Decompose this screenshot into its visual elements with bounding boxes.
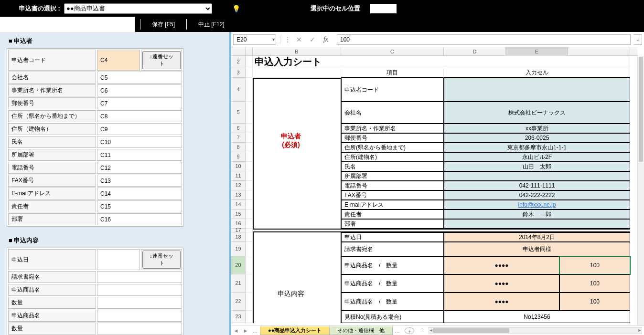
- field-value[interactable]: [97, 297, 182, 309]
- field-row[interactable]: 電話番号C12: [8, 162, 182, 174]
- vertical-scrollbar[interactable]: [637, 56, 644, 325]
- grid-value[interactable]: ●●●●: [444, 256, 559, 274]
- horizontal-scrollbar[interactable]: ◄ ►: [429, 327, 642, 334]
- field-value[interactable]: C15: [97, 200, 182, 212]
- field-row[interactable]: 所属部署C11: [8, 149, 182, 161]
- hscroll-thumb[interactable]: [433, 328, 509, 333]
- form-selector[interactable]: ●●商品申込書: [64, 3, 212, 14]
- cancel-button[interactable]: 中止 [F12]: [192, 19, 231, 31]
- row-header[interactable]: 4: [231, 78, 246, 102]
- grid-value[interactable]: 206-0025: [444, 133, 630, 143]
- row-header[interactable]: 7: [231, 133, 246, 143]
- column-header-row[interactable]: B C D E: [231, 47, 637, 56]
- col-header-b[interactable]: B: [253, 47, 341, 56]
- field-row[interactable]: 会社名C5: [8, 72, 182, 84]
- row-header[interactable]: 19: [231, 242, 246, 256]
- row-header[interactable]: 23: [231, 311, 246, 323]
- field-value[interactable]: [97, 271, 182, 283]
- tab-nav-first-icon[interactable]: ◄: [231, 328, 241, 334]
- field-value[interactable]: C7: [97, 97, 182, 109]
- grid-value[interactable]: 042-111-1111: [444, 181, 630, 190]
- tab-nav-next-icon[interactable]: ►: [241, 328, 250, 334]
- field-value[interactable]: [97, 310, 182, 322]
- field-row[interactable]: 部署C16: [8, 213, 182, 225]
- field-value[interactable]: [97, 323, 182, 335]
- grid-value[interactable]: 山田 太郎: [444, 162, 630, 171]
- col-header-a[interactable]: [246, 47, 253, 56]
- grid-value[interactable]: 申込者同様: [444, 242, 630, 256]
- field-row[interactable]: 請求書宛名: [8, 271, 182, 283]
- field-row[interactable]: 数量: [8, 297, 182, 309]
- row-header[interactable]: 13: [231, 190, 246, 200]
- field-value[interactable]: [97, 249, 140, 270]
- field-row[interactable]: 氏名C10: [8, 136, 182, 148]
- row-header[interactable]: 15: [231, 209, 246, 219]
- field-row[interactable]: FAX番号C13: [8, 175, 182, 187]
- field-row[interactable]: 事業所名・作業所名C6: [8, 84, 182, 96]
- grid-value[interactable]: [444, 219, 630, 229]
- col-header-d[interactable]: D: [444, 47, 506, 56]
- row-header[interactable]: 2: [231, 56, 246, 68]
- vscroll-thumb[interactable]: [639, 57, 643, 162]
- field-row[interactable]: E-mailアドレスC14: [8, 188, 182, 199]
- grid-value[interactable]: [444, 171, 630, 181]
- field-value[interactable]: C8: [97, 110, 182, 122]
- grid-value[interactable]: ●●●●: [444, 274, 559, 293]
- row-header[interactable]: 6: [231, 124, 246, 133]
- row-header[interactable]: 9: [231, 152, 246, 162]
- field-row[interactable]: 申込日↓連番セット: [8, 249, 182, 270]
- grid-value-qty[interactable]: 100: [559, 274, 630, 293]
- col-header-e[interactable]: E: [506, 47, 568, 56]
- tip-icon[interactable]: 💡: [232, 5, 240, 12]
- field-row[interactable]: 郵便番号C7: [8, 97, 182, 109]
- select-all-corner[interactable]: [231, 47, 246, 56]
- row-header[interactable]: 12: [231, 181, 246, 190]
- grid-value[interactable]: 株式会社ビーナックス: [444, 102, 630, 124]
- name-box-dropdown-icon[interactable]: ▾: [272, 37, 275, 42]
- row-header[interactable]: 11: [231, 171, 246, 181]
- row-header[interactable]: 14: [231, 200, 246, 209]
- formula-input[interactable]: [337, 34, 631, 45]
- grid-value[interactable]: 2014年8月2日: [444, 232, 630, 242]
- grid-value[interactable]: 鈴木 一郎: [444, 209, 630, 219]
- field-value[interactable]: C14: [97, 188, 182, 199]
- field-value[interactable]: C6: [97, 84, 182, 96]
- grid-value[interactable]: 042-222-2222: [444, 190, 630, 200]
- field-row[interactable]: 申込商品名: [8, 310, 182, 322]
- grid-value[interactable]: xx事業所: [444, 124, 630, 133]
- field-value[interactable]: C11: [97, 149, 182, 161]
- fx-options-icon[interactable]: ⋮: [284, 36, 291, 43]
- save-button[interactable]: 保存 [F5]: [145, 19, 182, 31]
- row-header[interactable]: 22: [231, 293, 246, 311]
- field-value[interactable]: C9: [97, 123, 182, 135]
- grid-value-qty[interactable]: 100: [559, 256, 630, 274]
- field-row[interactable]: 申込商品名: [8, 284, 182, 296]
- row-header[interactable]: 5: [231, 102, 246, 124]
- seq-set-button[interactable]: ↓連番セット: [142, 251, 181, 269]
- seq-set-button[interactable]: ↓連番セット: [142, 51, 181, 69]
- sheet-tab-active[interactable]: ●●商品申込入力シート: [260, 326, 330, 335]
- add-sheet-icon[interactable]: ＋: [405, 327, 414, 334]
- field-row[interactable]: 責任者C15: [8, 200, 182, 212]
- sheet-tab-other[interactable]: その他・通信欄 他: [329, 326, 393, 335]
- grid-value[interactable]: ●●●●: [444, 293, 559, 311]
- row-header[interactable]: 10: [231, 162, 246, 171]
- field-value[interactable]: C5: [97, 72, 182, 84]
- field-value[interactable]: C16: [97, 213, 182, 225]
- grid-value[interactable]: 永山ビル2F: [444, 152, 630, 162]
- grid-value[interactable]: 東京都多摩市永山1-1-1: [444, 143, 630, 152]
- row-header[interactable]: 8: [231, 143, 246, 152]
- accept-formula-icon[interactable]: ✓: [307, 36, 318, 43]
- grid[interactable]: B C D E 2申込入力シート3項目入力セル4申込者コード5会社名株式会社ビー…: [231, 47, 644, 335]
- name-box[interactable]: E20 ▾: [233, 34, 276, 45]
- tab-more2-icon[interactable]: …: [392, 328, 402, 334]
- field-row[interactable]: 住所（県名から番地まで）C8: [8, 110, 182, 122]
- tab-more-icon[interactable]: …: [250, 328, 260, 334]
- field-value[interactable]: C4: [97, 50, 140, 71]
- fx-icon[interactable]: fx: [321, 36, 331, 43]
- field-value[interactable]: [97, 284, 182, 296]
- field-value[interactable]: C12: [97, 162, 182, 174]
- row-header[interactable]: 20: [231, 256, 246, 274]
- col-header-c[interactable]: C: [341, 47, 444, 56]
- field-row[interactable]: 住所（建物名）C9: [8, 123, 182, 135]
